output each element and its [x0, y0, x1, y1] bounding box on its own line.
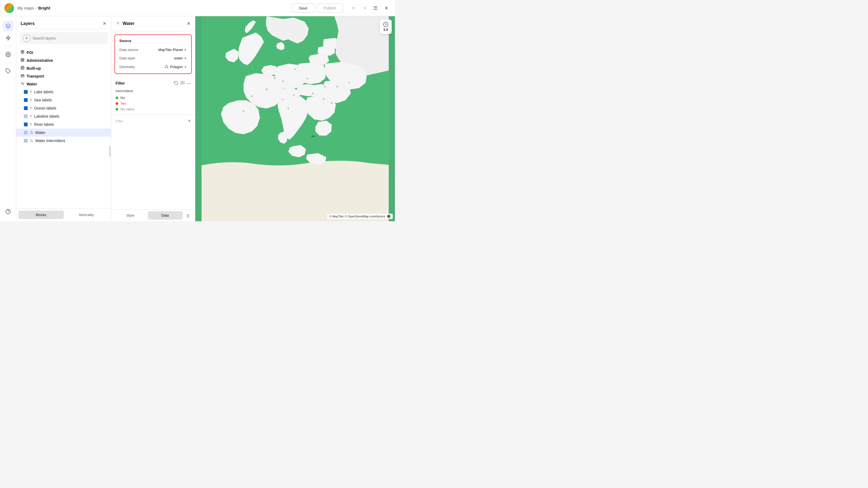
- layer-label-lake-labels: Lake labels: [34, 90, 54, 94]
- topbar: My maps / Bright Save Publish ← → ☰ ✕: [0, 0, 395, 16]
- data-source-row: Data source MapTiler Planet ▼: [115, 45, 191, 54]
- filter-minus-icon[interactable]: —: [187, 81, 191, 86]
- layer-group-builtup[interactable]: Built-up: [16, 64, 111, 72]
- layers-search-bar: +: [20, 32, 108, 44]
- polygon-icon: [165, 65, 168, 69]
- layers-close-icon[interactable]: ✕: [102, 21, 106, 27]
- layer-item-lakeline-labels[interactable]: T Lakeline labels: [16, 112, 111, 120]
- builtup-group-icon: [21, 66, 24, 70]
- filter-header: Filter —: [116, 80, 191, 86]
- breadcrumb-mymaps[interactable]: My maps: [18, 6, 34, 10]
- layer-label-water: Water: [35, 130, 45, 135]
- source-section: Source Data source MapTiler Planet ▼ Dat…: [115, 34, 192, 74]
- geometry-value: Polygon: [170, 65, 183, 69]
- filter-option-novalue[interactable]: No value: [116, 107, 191, 111]
- data-source-label: Data source: [119, 48, 144, 52]
- geometry-row: Geometry Polygon ▼: [115, 62, 191, 71]
- save-button[interactable]: Save: [292, 3, 314, 13]
- svg-marker-14: [30, 139, 33, 141]
- tab-style[interactable]: Style: [113, 211, 148, 220]
- layers-footer: Blocks Verticality: [16, 208, 111, 221]
- rail-divider: [4, 46, 12, 46]
- app-logo: [4, 3, 14, 13]
- geometry-select[interactable]: Polygon ▼: [165, 65, 187, 69]
- svg-point-26: [266, 89, 268, 91]
- rail-layers-icon[interactable]: [3, 21, 13, 31]
- layer-item-sea-labels[interactable]: T Sea labels: [16, 96, 111, 104]
- filter-dot-novalue: [116, 108, 118, 110]
- filter-value-novalue: No value: [120, 107, 134, 111]
- svg-rect-11: [21, 67, 24, 69]
- rail-flash-icon[interactable]: [3, 33, 13, 43]
- layer-group-transport[interactable]: Transport: [16, 72, 111, 80]
- layer-group-admin[interactable]: Administrative: [16, 56, 111, 64]
- forward-nav-icon[interactable]: →: [360, 4, 369, 12]
- filter-actions: —: [174, 80, 191, 86]
- map-copyright: © MapTiler © OpenStreetMap contributors: [327, 214, 393, 219]
- rail-divider-2: [4, 63, 12, 63]
- breadcrumb-current: Bright: [38, 6, 50, 10]
- search-input[interactable]: [33, 36, 104, 40]
- data-source-select[interactable]: MapTiler Planet ▼: [158, 48, 187, 52]
- back-nav-icon[interactable]: ←: [349, 4, 358, 12]
- layer-item-river-labels[interactable]: T River labels: [16, 120, 111, 129]
- topbar-nav: ← → ☰ ✕: [349, 4, 391, 12]
- data-layer-label: Data layer: [119, 56, 144, 60]
- filter-undo-icon[interactable]: [174, 80, 178, 86]
- layer-item-water[interactable]: Water: [16, 129, 111, 137]
- layer-color-water: [24, 131, 28, 134]
- filter-add-icon[interactable]: +: [188, 118, 191, 124]
- rail-help-icon[interactable]: [3, 206, 13, 217]
- tab-code[interactable]: {}: [183, 211, 193, 220]
- polygon-type-icon-intermittent: [30, 139, 33, 143]
- layer-item-water-intermittent[interactable]: Water intermittent: [16, 137, 111, 145]
- detail-close-icon[interactable]: ✕: [187, 21, 191, 27]
- data-layer-row: Data layer water ▼: [115, 54, 191, 62]
- svg-point-38: [336, 86, 338, 88]
- svg-point-41: [348, 82, 350, 84]
- layer-group-water[interactable]: Water: [16, 80, 111, 88]
- publish-button[interactable]: Publish: [317, 3, 343, 13]
- filter-label: Filter: [116, 81, 125, 86]
- svg-marker-13: [30, 131, 33, 133]
- data-layer-select[interactable]: water ▼: [174, 56, 187, 60]
- filter-option-no[interactable]: No: [116, 96, 191, 100]
- detail-back-icon[interactable]: [116, 21, 120, 27]
- poi-group-icon: [21, 50, 24, 55]
- tab-data[interactable]: Data: [148, 211, 183, 220]
- water-group-icon: [21, 82, 24, 86]
- filter-tune-icon[interactable]: [180, 80, 185, 86]
- close-icon[interactable]: ✕: [382, 4, 391, 12]
- svg-point-36: [324, 86, 326, 88]
- info-icon[interactable]: [387, 215, 391, 218]
- layer-item-ocean-labels[interactable]: T Ocean labels: [16, 104, 111, 112]
- map-area: 3.0 © MapTiler © OpenStreetMap contribut…: [195, 16, 395, 221]
- svg-point-6: [22, 51, 23, 52]
- svg-point-31: [312, 93, 314, 94]
- svg-point-40: [243, 110, 244, 112]
- map-svg: [195, 16, 395, 221]
- layer-color-river: [24, 123, 28, 126]
- builtup-group-label: Built-up: [27, 66, 41, 70]
- filter-option-yes[interactable]: Yes: [116, 101, 191, 105]
- geometry-label: Geometry: [119, 65, 144, 69]
- layers-header: Layers ✕: [16, 16, 111, 29]
- data-source-chevron: ▼: [184, 48, 187, 52]
- layer-color-lake-labels: [24, 90, 28, 94]
- layer-group-poi[interactable]: POI: [16, 48, 111, 56]
- filter-dot-yes: [116, 102, 118, 105]
- menu-icon[interactable]: ☰: [371, 4, 380, 12]
- rail-settings-icon[interactable]: [3, 49, 13, 60]
- detail-panel: Water ✕ Source Data source MapTiler Plan…: [111, 16, 195, 221]
- footer-tab-blocks[interactable]: Blocks: [19, 210, 64, 219]
- layer-item-lake-labels[interactable]: T Lake labels: [16, 88, 111, 96]
- layer-label-water-intermittent: Water intermittent: [35, 138, 65, 143]
- footer-tab-verticality[interactable]: Verticality: [64, 210, 109, 219]
- filter-add-label: Filter: [116, 119, 123, 123]
- admin-group-label: Administrative: [27, 58, 53, 63]
- svg-point-28: [282, 80, 284, 82]
- add-layer-button[interactable]: +: [23, 34, 30, 42]
- source-section-title: Source: [115, 37, 191, 45]
- layer-color-water-intermittent: [24, 139, 28, 142]
- rail-puzzle-icon[interactable]: [3, 66, 13, 76]
